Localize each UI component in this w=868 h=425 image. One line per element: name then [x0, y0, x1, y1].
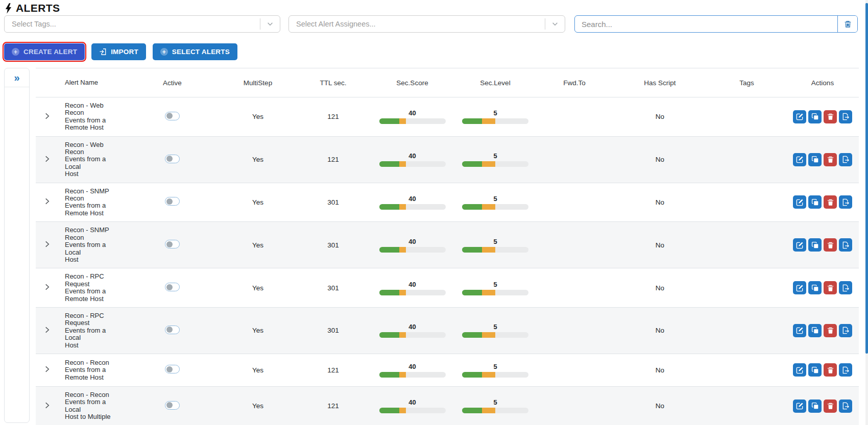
- alert-name: Recon - Recon Events from a Remote Host: [59, 355, 125, 386]
- multistep-value: Yes: [220, 113, 296, 120]
- select-assignees-filter[interactable]: Select Alert Assignees...: [288, 15, 565, 33]
- has-script-value: No: [613, 402, 707, 410]
- has-script-value: No: [613, 198, 707, 206]
- expand-row-icon[interactable]: [43, 326, 51, 334]
- toolbar: + CREATE ALERT IMPORT + SELECT ALERTS: [4, 43, 237, 60]
- duplicate-alert-button[interactable]: [808, 195, 822, 209]
- edit-alert-button[interactable]: [793, 363, 806, 377]
- active-toggle[interactable]: [165, 283, 180, 291]
- expand-row-icon[interactable]: [43, 155, 51, 163]
- delete-alert-button[interactable]: [824, 110, 837, 123]
- sec-score-bar: 40: [379, 195, 446, 210]
- trash-icon: [827, 327, 834, 334]
- export-alert-button[interactable]: [839, 324, 852, 337]
- active-toggle[interactable]: [165, 365, 180, 373]
- export-alert-button[interactable]: [839, 399, 852, 413]
- multistep-value: Yes: [220, 327, 296, 334]
- chevron-down-icon[interactable]: [260, 20, 280, 28]
- delete-alert-button[interactable]: [824, 399, 837, 413]
- edit-alert-button[interactable]: [793, 110, 806, 123]
- multistep-value: Yes: [220, 284, 296, 292]
- active-toggle[interactable]: [165, 401, 180, 410]
- active-toggle[interactable]: [165, 197, 180, 206]
- trash-icon: [827, 402, 834, 410]
- table-row: Recon - Web Recon Events from a Local Ho…: [36, 137, 859, 183]
- duplicate-alert-button[interactable]: [808, 110, 822, 123]
- duplicate-alert-button[interactable]: [808, 153, 822, 166]
- export-alert-button[interactable]: [839, 238, 852, 252]
- column-header-alert-name: Alert Name: [59, 74, 125, 91]
- active-toggle[interactable]: [165, 326, 180, 334]
- column-header-has-script: Has Script: [613, 79, 707, 87]
- trash-icon: [827, 284, 834, 292]
- page-title: ALERTS: [16, 2, 60, 14]
- sec-level-bar-value: 5: [462, 195, 528, 203]
- sec-level-bar: 5: [462, 323, 528, 338]
- row-actions: [786, 195, 859, 209]
- table-row: Recon - Recon Events from a Remote HostY…: [36, 354, 859, 387]
- edit-alert-button[interactable]: [793, 153, 806, 166]
- has-script-value: No: [613, 284, 707, 292]
- ttl-value: 301: [296, 327, 370, 334]
- row-actions: [786, 281, 859, 294]
- export-icon: [842, 327, 850, 334]
- select-alerts-button[interactable]: + SELECT ALERTS: [153, 43, 237, 60]
- duplicate-alert-button[interactable]: [808, 324, 822, 337]
- column-header-sec-score: Sec.Score: [370, 79, 454, 87]
- import-button[interactable]: IMPORT: [91, 43, 146, 60]
- active-toggle[interactable]: [165, 112, 180, 120]
- edit-alert-button[interactable]: [793, 238, 806, 252]
- has-script-value: No: [613, 156, 707, 163]
- delete-alert-button[interactable]: [824, 281, 837, 294]
- duplicate-alert-button[interactable]: [808, 281, 822, 294]
- duplicate-alert-button[interactable]: [808, 238, 822, 252]
- trash-icon: [827, 113, 834, 120]
- expand-row-icon[interactable]: [43, 112, 51, 120]
- delete-alert-button[interactable]: [824, 153, 837, 166]
- export-alert-button[interactable]: [839, 281, 852, 294]
- export-alert-button[interactable]: [839, 363, 852, 377]
- expand-row-icon[interactable]: [43, 283, 51, 291]
- vertical-scrollbar[interactable]: [865, 0, 868, 425]
- edit-alert-button[interactable]: [793, 195, 806, 209]
- alert-name: Recon - SNMP Recon Events from a Remote …: [59, 183, 125, 222]
- delete-alert-button[interactable]: [824, 238, 837, 252]
- active-toggle[interactable]: [165, 155, 180, 163]
- expand-row-icon[interactable]: [43, 365, 51, 373]
- clear-search-button[interactable]: [837, 16, 857, 32]
- export-alert-button[interactable]: [839, 110, 852, 123]
- sec-score-bar-value: 40: [379, 152, 446, 160]
- ttl-value: 301: [296, 241, 370, 249]
- column-header-fwd-to: Fwd.To: [536, 79, 613, 87]
- active-toggle[interactable]: [165, 240, 180, 248]
- copy-icon: [811, 366, 819, 374]
- pencil-square-icon: [796, 366, 804, 374]
- export-alert-button[interactable]: [839, 195, 852, 209]
- export-alert-button[interactable]: [839, 153, 852, 166]
- search-input[interactable]: [575, 16, 837, 32]
- delete-alert-button[interactable]: [824, 363, 837, 377]
- select-assignees-placeholder: Select Alert Assignees...: [289, 20, 545, 28]
- sec-level-bar-value: 5: [462, 398, 528, 406]
- multistep-value: Yes: [220, 366, 296, 374]
- import-label: IMPORT: [111, 48, 138, 56]
- sidebar-expand-button[interactable]: »: [5, 68, 29, 87]
- edit-alert-button[interactable]: [793, 281, 806, 294]
- duplicate-alert-button[interactable]: [808, 399, 822, 413]
- expand-row-icon[interactable]: [43, 240, 51, 248]
- expand-row-icon[interactable]: [43, 402, 51, 409]
- ttl-value: 121: [296, 366, 370, 374]
- chevron-down-icon[interactable]: [545, 20, 565, 28]
- sidebar: »: [4, 68, 30, 423]
- duplicate-alert-button[interactable]: [808, 363, 822, 377]
- expand-row-icon[interactable]: [43, 197, 51, 205]
- edit-alert-button[interactable]: [793, 324, 806, 337]
- edit-alert-button[interactable]: [793, 399, 806, 413]
- import-icon: [99, 48, 107, 56]
- delete-alert-button[interactable]: [824, 324, 837, 337]
- create-alert-button[interactable]: + CREATE ALERT: [4, 43, 85, 60]
- create-alert-label: CREATE ALERT: [23, 48, 77, 56]
- delete-alert-button[interactable]: [824, 195, 837, 209]
- select-tags-filter[interactable]: Select Tags...: [4, 15, 280, 33]
- scrollbar-thumb[interactable]: [865, 3, 868, 354]
